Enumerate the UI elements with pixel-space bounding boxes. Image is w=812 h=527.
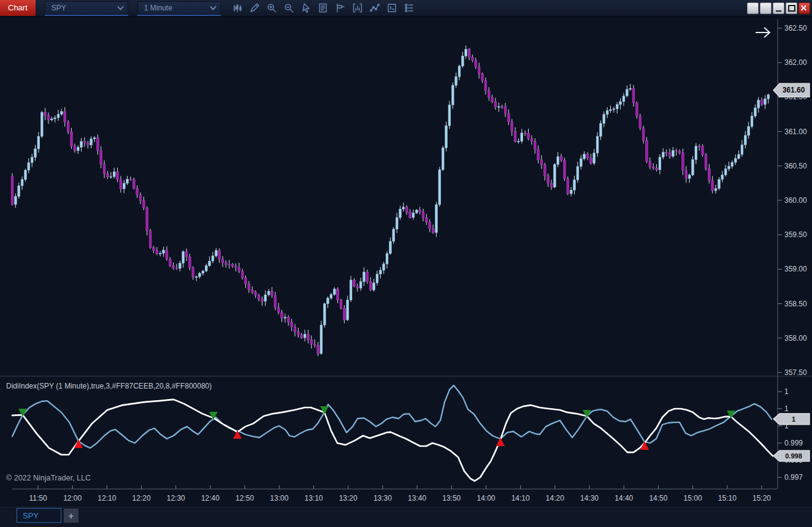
zoom-in-icon[interactable] <box>266 2 277 13</box>
indicators-icon[interactable] <box>352 2 363 13</box>
svg-text:0.997: 0.997 <box>784 473 803 482</box>
instrument-link-button[interactable] <box>747 2 759 14</box>
svg-text:12:00: 12:00 <box>63 494 82 502</box>
svg-text:13:00: 13:00 <box>270 494 288 502</box>
svg-text:14:00: 14:00 <box>477 494 495 502</box>
indicator-label[interactable]: DidiIndex(SPY (1 Minute),true,3,#FF87CEE… <box>6 382 212 390</box>
interval-dropdown[interactable]: 1 Minute <box>137 1 221 15</box>
svg-text:14:50: 14:50 <box>649 494 667 502</box>
svg-text:12:40: 12:40 <box>201 494 220 502</box>
close-button[interactable] <box>799 2 810 14</box>
svg-text:12:20: 12:20 <box>132 494 151 502</box>
cursor-icon[interactable] <box>301 2 312 13</box>
chart-background <box>0 17 812 507</box>
svg-text:362.50: 362.50 <box>784 24 807 32</box>
tab-chart[interactable]: Chart <box>0 0 36 16</box>
chart-canvas[interactable]: 362.50362.00361.50361.00360.50360.00359.… <box>0 17 812 507</box>
tab-strip: SPY + <box>0 507 812 527</box>
svg-text:15:00: 15:00 <box>684 494 702 502</box>
indicator-value-marker: 0.998 <box>773 450 810 461</box>
properties-icon[interactable] <box>404 2 415 13</box>
svg-text:358.00: 358.00 <box>784 334 807 343</box>
svg-text:14:40: 14:40 <box>615 494 633 502</box>
svg-text:0.999: 0.999 <box>784 439 803 447</box>
svg-text:361.00: 361.00 <box>784 127 807 136</box>
svg-text:361.60: 361.60 <box>783 86 805 94</box>
svg-text:362.00: 362.00 <box>784 58 807 67</box>
chevron-down-icon <box>210 6 216 10</box>
tab-spy[interactable]: SPY <box>17 508 61 523</box>
toolbar <box>232 2 415 13</box>
zoom-out-icon[interactable] <box>283 2 294 13</box>
svg-text:15:10: 15:10 <box>718 494 737 502</box>
chevron-down-icon <box>117 6 124 10</box>
svg-text:13:30: 13:30 <box>373 494 392 502</box>
svg-text:13:40: 13:40 <box>408 494 426 502</box>
svg-text:13:20: 13:20 <box>339 494 358 502</box>
svg-text:359.00: 359.00 <box>784 265 807 273</box>
svg-text:12:30: 12:30 <box>167 494 185 502</box>
add-tab-button[interactable]: + <box>64 509 79 523</box>
drawing-tools-icon[interactable] <box>249 2 260 13</box>
svg-text:1: 1 <box>784 404 789 413</box>
svg-text:14:30: 14:30 <box>580 494 599 502</box>
chart-style-icon[interactable] <box>232 2 243 13</box>
titlebar: Chart SPY 1 Minute <box>0 0 812 17</box>
window-controls <box>747 2 810 14</box>
drawing-icon[interactable] <box>369 2 380 13</box>
svg-text:14:10: 14:10 <box>511 494 530 502</box>
strategies-icon[interactable] <box>386 2 397 13</box>
chart-trader-icon[interactable] <box>335 2 346 13</box>
chart-window: Chart SPY 1 Minute <box>0 0 812 527</box>
svg-text:12:50: 12:50 <box>236 494 254 502</box>
svg-text:1: 1 <box>784 387 789 396</box>
svg-text:1: 1 <box>792 415 795 423</box>
svg-text:13:50: 13:50 <box>442 494 461 502</box>
svg-text:358.50: 358.50 <box>784 300 807 308</box>
instrument-dropdown-value: SPY <box>52 4 66 12</box>
last-price-marker: 361.60 <box>773 83 810 97</box>
interval-link-button[interactable] <box>760 2 772 14</box>
svg-text:360.00: 360.00 <box>784 196 807 205</box>
svg-text:13:10: 13:10 <box>305 494 323 502</box>
svg-text:0.998: 0.998 <box>785 452 802 460</box>
svg-text:14:20: 14:20 <box>546 494 564 502</box>
svg-text:360.50: 360.50 <box>784 162 807 170</box>
indicator-value-marker: 1 <box>773 414 810 425</box>
svg-text:12:10: 12:10 <box>98 494 116 502</box>
maximize-button[interactable] <box>786 2 797 14</box>
data-box-icon[interactable] <box>318 2 329 13</box>
interval-dropdown-value: 1 Minute <box>144 4 172 12</box>
svg-text:359.50: 359.50 <box>784 230 807 239</box>
svg-text:357.50: 357.50 <box>784 368 807 377</box>
instrument-dropdown[interactable]: SPY <box>45 1 128 15</box>
minimize-button[interactable] <box>773 2 784 14</box>
copyright-text: © 2022 NinjaTrader, LLC <box>6 474 91 482</box>
svg-text:15:20: 15:20 <box>753 494 771 502</box>
svg-text:11:50: 11:50 <box>29 494 47 502</box>
